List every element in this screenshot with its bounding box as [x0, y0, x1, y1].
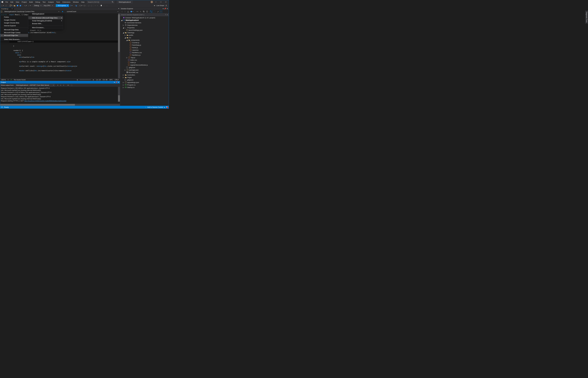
browser-link-button[interactable] [75, 4, 77, 7]
se-filter[interactable]: ▿ ▾ [135, 10, 139, 13]
indent-more-button[interactable]: ≡ [96, 4, 98, 7]
menu-window[interactable]: Window [72, 1, 80, 3]
tree-connected[interactable]: Connected Services [120, 21, 169, 24]
nav-fwd-button[interactable] [5, 4, 7, 7]
global-search-input[interactable]: Search (Ctrl+Q) [87, 1, 114, 3]
tree-pkg[interactable]: ▷package.json [120, 69, 169, 71]
tbtn-b[interactable] [83, 4, 86, 7]
se-switch-view[interactable]: ▾ [130, 10, 134, 13]
save-all-button[interactable] [19, 4, 22, 7]
se-dropdown-icon[interactable]: ▾ [163, 8, 164, 10]
menu-tools[interactable]: Tools [55, 1, 61, 3]
menu-project[interactable]: Project [20, 1, 28, 3]
tree-indexjs[interactable]: index.js [120, 61, 169, 64]
tree-readme[interactable]: M↓README.md [120, 71, 169, 74]
nav-scope-combo[interactable]: WebApplication4 JavaScript Content Files [3, 10, 60, 13]
tree-appsettings[interactable]: ▷appsettings.json [120, 81, 169, 84]
config-combo[interactable]: Debug [33, 4, 42, 7]
save-button[interactable] [16, 4, 19, 7]
maximize-button[interactable] [159, 0, 163, 4]
se-preview-button[interactable] [160, 11, 162, 13]
output-clear-button[interactable]: ≡ [57, 84, 59, 87]
output-source-combo[interactable]: WebApplication4 - ASP.NET Core Web Serve… [15, 84, 55, 87]
output-goto-button[interactable]: ⬚ [70, 84, 73, 87]
se-back-button[interactable] [121, 10, 123, 13]
tree-layout[interactable]: Layout.js [120, 49, 169, 51]
issues-status[interactable]: No issues found [14, 79, 26, 81]
output-close-icon[interactable]: ✕ [118, 81, 119, 83]
menu-file[interactable]: File [4, 1, 9, 3]
dd-edge-canary[interactable]: Microsoft Edge Canary [0, 31, 28, 34]
se-sync-button[interactable] [139, 10, 142, 13]
user-avatar[interactable] [150, 1, 153, 3]
tree-pages[interactable]: ▷Pages [120, 76, 169, 79]
open-file-button[interactable] [13, 4, 16, 7]
tree-controllers[interactable]: ▷Controllers [120, 74, 169, 76]
tree-props[interactable]: ◢Properties [120, 26, 169, 29]
tree-clientapp[interactable]: ◢ClientApp [120, 31, 169, 34]
output-scroll-v[interactable] [118, 87, 120, 102]
add-source-control[interactable]: Add to Source Control [147, 106, 163, 108]
output-url-link[interactable]: http://localhost:44362/sockjs-node/858/g… [24, 100, 66, 102]
se-pin-icon[interactable]: 📌 [164, 8, 166, 10]
tree-navjs[interactable]: NavMenu.js [120, 54, 169, 56]
comment-button[interactable]: ⬚ [103, 4, 105, 7]
menu-build[interactable]: Build [28, 1, 34, 3]
menu-debug[interactable]: Debug [34, 1, 41, 3]
bookmark-button[interactable] [100, 4, 103, 7]
tree-solution[interactable]: Solution 'WebApplication4' (1 of 1 proje… [120, 16, 169, 19]
se-refresh-button[interactable] [142, 10, 145, 13]
tab-counter-js[interactable]: Counter.js ⟂ ✕ [0, 7, 14, 10]
menu-edit[interactable]: Edit [9, 1, 14, 3]
tbtn-a[interactable]: ▾ [79, 4, 83, 7]
menu-extensions[interactable]: Extensions [61, 1, 72, 3]
se-home-button[interactable] [127, 10, 130, 13]
menu-analyze[interactable]: Analyze [47, 1, 55, 3]
live-share-button[interactable]: Live Share [157, 5, 164, 6]
dd-chrome-beta[interactable]: Google Chrome Beta [0, 21, 28, 24]
account-icon[interactable] [165, 5, 167, 7]
tree-gitignore[interactable]: .gitignore [120, 66, 169, 69]
menu-test[interactable]: Test [41, 1, 47, 3]
tree-deps[interactable]: ▷Dependencies [120, 24, 169, 26]
tree-indexcss[interactable]: index.css [120, 59, 169, 61]
se-fwd-button[interactable] [124, 10, 126, 13]
editor-scrollbar-v[interactable]: ▴ [118, 13, 120, 78]
output-text[interactable]: Request finished in 295.985ms 200 applic… [0, 87, 120, 104]
zoom-level[interactable]: 100 % [1, 79, 6, 81]
tree-launch[interactable]: launchSettings.json [120, 29, 169, 31]
tree-regsw[interactable]: registerServiceWorker.js [120, 64, 169, 66]
platform-combo[interactable]: Any CPU [42, 4, 55, 7]
nav-member-combo[interactable]: currentCount [61, 10, 119, 13]
tree-src[interactable]: ◢src [120, 36, 169, 39]
run-button[interactable]: IIS Express [56, 4, 69, 7]
tree-program[interactable]: ▷C#Program.cs [120, 84, 169, 86]
close-button[interactable] [164, 0, 168, 4]
redo-button[interactable]: ▾ [28, 4, 31, 7]
dd-firefox[interactable]: Firefox [0, 16, 28, 19]
se-props-button[interactable] [157, 10, 159, 13]
tbtn-c[interactable]: ⬚ [87, 4, 90, 7]
dd-script-debug[interactable]: Script Debugging (Enabled) [28, 19, 63, 22]
solution-tree[interactable]: Solution 'WebApplication4' (1 of 1 proje… [120, 16, 169, 106]
se-view-b[interactable] [153, 11, 155, 13]
new-file-button[interactable]: ✦ ▾ [9, 4, 13, 7]
tab-pin-icon[interactable]: ⟂ [10, 8, 11, 10]
tree-gitignore2[interactable]: .gitignore [120, 79, 169, 81]
tree-startup[interactable]: ▷C#Startup.cs [120, 86, 169, 89]
tbtn-d[interactable]: ⬚ [90, 4, 93, 7]
menu-help[interactable]: Help [80, 1, 86, 3]
output-wrap-button[interactable]: ×≡ [67, 84, 69, 87]
tree-navcss[interactable]: NavMenu.css [120, 51, 169, 54]
output-dropdown-icon[interactable]: ▾ [114, 81, 115, 83]
dd-edge-beta[interactable]: Microsoft Edge Beta [0, 28, 28, 31]
tree-appjs[interactable]: ▷App.js [120, 56, 169, 59]
diagnostic-tools-tab[interactable]: Diagnostic Tools [585, 11, 588, 24]
dd-browse-with[interactable]: Browse With... [28, 22, 63, 25]
se-showall-button[interactable] [146, 10, 148, 13]
tree-counter-js[interactable]: Counter.js [120, 41, 169, 44]
nav-back-button[interactable]: ▾ [1, 4, 4, 7]
solution-name[interactable]: WebApplication4 [117, 1, 133, 3]
dd-ie[interactable]: Internet Explorer [0, 24, 28, 27]
tree-public[interactable]: ▷public [120, 34, 169, 36]
